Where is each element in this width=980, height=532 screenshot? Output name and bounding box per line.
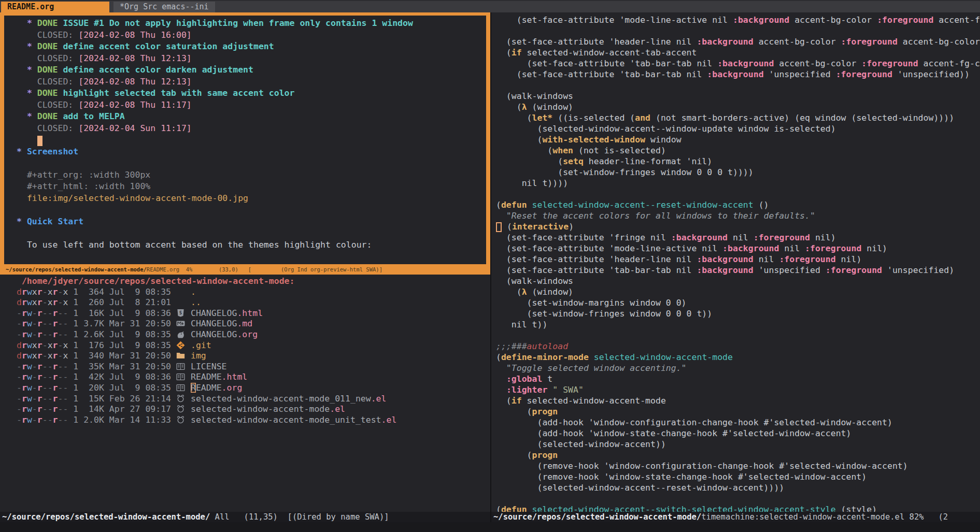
elisp-line[interactable] (496, 25, 980, 36)
main-area: * DONE ISSUE #1 Do not apply highlightin… (0, 12, 980, 522)
org-line[interactable]: * DONE highlight selected tab with same … (17, 88, 486, 99)
elisp-line[interactable]: :lighter " SWA" (496, 384, 980, 395)
elisp-line[interactable]: (defun selected-window-accent--switch-se… (496, 504, 980, 512)
org-line[interactable]: #+attr_org: :width 300px (17, 169, 486, 181)
elisp-line[interactable] (496, 80, 980, 91)
dired-row[interactable]: -rw-r--r-- 1 2.6K Jul 9 08:35 CHANGELOG.… (17, 329, 490, 340)
org-line[interactable]: CLOSED: [2024-02-08 Thu 12:13] (17, 76, 486, 88)
elisp-line[interactable]: (if selected-window-accent-tab-accent (496, 47, 980, 58)
elisp-buffer[interactable]: (set-face-attribute 'mode-line-active ni… (491, 12, 980, 512)
dired-row[interactable]: drwxr-xr-x 1 364 Jul 9 08:35 . (17, 287, 490, 298)
dired-row[interactable]: -rw-r--r-- 1 14K Apr 27 09:17 selected-w… (17, 404, 490, 415)
elisp-line[interactable]: (set-face-attribute 'tab-bar-tab nil :ba… (496, 69, 980, 80)
elisp-line[interactable]: (set-face-attribute 'mode-line-active ni… (496, 243, 980, 254)
text-segment: :global (506, 374, 543, 384)
org-line[interactable]: * DONE define accent color darken adjust… (17, 64, 486, 76)
elisp-line[interactable]: (set-face-attribute 'mode-line-active ni… (496, 15, 980, 25)
elisp-line[interactable]: (remove-hook 'window-state-change-hook #… (496, 471, 980, 482)
org-line[interactable]: * Quick Start (17, 216, 486, 228)
elisp-line[interactable]: (set-face-attribute 'tab-bar-tab nil :ba… (496, 265, 980, 276)
org-line[interactable]: * DONE add to MELPA (17, 111, 486, 123)
text-segment: :foreground (826, 265, 882, 275)
dired-row[interactable]: drwxr-xr-x 1 340 Mar 31 20:50 img (17, 351, 490, 362)
text-segment: :background (707, 69, 763, 79)
text-segment: ( (496, 113, 532, 123)
dired-row[interactable]: -rw-r--r-- 1 3.7K Mar 31 20:50 CHANGELOG… (17, 319, 490, 329)
elisp-line[interactable]: "Toggle selected window accenting." (496, 363, 980, 373)
elisp-line[interactable]: (λ (window) (496, 286, 980, 297)
dired-row[interactable]: -rw-r--r-- 1 35K Mar 31 20:50 LICENSE (17, 362, 490, 372)
org-line[interactable] (17, 204, 486, 216)
elisp-line[interactable]: (define-minor-mode selected-window-accen… (496, 352, 980, 363)
tab--org-src-emacs-ini[interactable]: *Org Src emacs--ini (113, 2, 215, 12)
text-segment: :foreground (754, 233, 810, 242)
elisp-line[interactable]: (add-hook 'window-state-change-hook #'se… (496, 428, 980, 439)
elisp-line[interactable]: (set-face-attribute 'fringe nil :backgro… (496, 232, 980, 243)
org-line[interactable]: CLOSED: [2024-02-08 Thu 12:13] (17, 53, 486, 65)
echo-area[interactable] (0, 522, 980, 532)
elisp-line[interactable]: (defun selected-window-accent--reset-win… (496, 199, 980, 210)
org-mode-line[interactable]: ~/source/repos/selected-window-accent-mo… (4, 264, 486, 275)
org-line[interactable]: file:img/selected-window-accent-mode-00.… (17, 193, 486, 205)
org-line[interactable]: To use left and bottom accent based on t… (17, 239, 486, 251)
elisp-line[interactable]: (set-face-attribute 'header-line nil :ba… (496, 36, 980, 47)
dired-row[interactable]: drwxr-xr-x 1 176 Jul 9 08:35 .git (17, 340, 490, 351)
elisp-line[interactable]: (set-window-margins window 0 0) (496, 297, 980, 308)
elisp-line[interactable]: (selected-window-accent--reset-window-ac… (496, 482, 980, 493)
elisp-line[interactable]: "Reset the accent colors for all windows… (496, 210, 980, 221)
elisp-line[interactable]: :global t (496, 373, 980, 384)
org-line[interactable] (17, 134, 486, 146)
elisp-line[interactable]: nil t)))) (496, 178, 980, 189)
org-line[interactable]: * DONE define accent color saturation ad… (17, 41, 486, 53)
text-segment: DONE (37, 65, 63, 75)
elisp-line[interactable]: (if selected-window-accent-mode (496, 395, 980, 406)
elisp-line[interactable] (496, 493, 980, 504)
elisp-line[interactable]: (with-selected-window window (496, 134, 980, 145)
elisp-line[interactable]: (walk-windows (496, 91, 980, 102)
elisp-line[interactable]: ;;;###autoload (496, 341, 980, 352)
elisp-line[interactable]: (setq header-line-format 'nil) (496, 156, 980, 167)
dired-row[interactable]: -rw-r--r-- 1 20K Jul 9 08:35 README.org (17, 383, 490, 394)
tab-readme-org[interactable]: README.org (1, 2, 109, 12)
permission-char: - (48, 362, 53, 371)
elisp-line[interactable]: (set-window-fringes window 0 0 0 t)) (496, 308, 980, 319)
dired-buffer[interactable]: /home/jdyer/source/repos/selected-window… (0, 275, 490, 512)
elisp-line[interactable]: (set-face-attribute 'header-line nil :ba… (496, 254, 980, 265)
elisp-line[interactable]: (add-hook 'window-configuration-change-h… (496, 417, 980, 428)
elisp-line[interactable]: (λ (window) (496, 102, 980, 112)
elisp-line[interactable]: (progn (496, 406, 980, 417)
permission-char: - (58, 362, 63, 371)
elisp-line[interactable]: (remove-hook 'window-configuration-chang… (496, 461, 980, 471)
elisp-line[interactable]: (let* ((is-selected (and (not smart-bord… (496, 112, 980, 123)
org-line[interactable]: CLOSED: [2024-02-08 Thu 16:00] (17, 30, 486, 41)
text-segment: 'unspecified (754, 265, 826, 275)
elisp-line[interactable]: (selected-window-accent)) (496, 439, 980, 450)
elisp-line[interactable]: (walk-windows (496, 276, 980, 286)
org-line[interactable]: #+attr_html: :width 100% (17, 181, 486, 193)
text-segment: .org (222, 383, 243, 393)
elisp-line[interactable] (496, 189, 980, 199)
org-line[interactable]: * Screenshot (17, 146, 486, 158)
org-line[interactable]: * DONE ISSUE #1 Do not apply highlightin… (17, 18, 486, 30)
org-line[interactable]: CLOSED: [2024-02-08 Thu 11:17] (17, 99, 486, 111)
elisp-line[interactable]: (progn (496, 450, 980, 461)
elisp-line[interactable]: (set-window-fringes window 0 0 0 t)))) (496, 167, 980, 178)
dired-row[interactable]: -rw-r--r-- 1 16K Jul 9 08:36 5CHANGELOG.… (17, 308, 490, 319)
dired-mode-line[interactable]: ~/source/repos/selected-window-accent-mo… (0, 512, 490, 522)
elisp-line[interactable]: nil t)) (496, 319, 980, 330)
elisp-line[interactable]: (selected-window-accent--window-update w… (496, 123, 980, 134)
dired-row[interactable]: -rw-r--r-- 1 42K Jul 9 08:36 README.html (17, 372, 490, 383)
dired-row[interactable]: drwxr-xr-x 1 260 Jul 8 21:01 .. (17, 297, 490, 308)
org-buffer[interactable]: * DONE ISSUE #1 Do not apply highlightin… (4, 16, 486, 264)
elisp-line[interactable] (496, 330, 980, 341)
org-line[interactable] (17, 157, 486, 169)
dired-row[interactable]: -rw-r--r-- 1 2.0K Mar 14 11:33 selected-… (17, 415, 490, 426)
dired-row[interactable]: -rw-r--r-- 1 15K Feb 26 21:14 selected-w… (17, 394, 490, 405)
org-line[interactable] (17, 227, 486, 239)
text-segment: window (645, 135, 681, 145)
elisp-mode-line[interactable]: ~/source/repos/selected-window-accent-mo… (491, 512, 980, 522)
elisp-line[interactable]: (set-face-attribute 'tab-bar-tab nil :ba… (496, 58, 980, 69)
elisp-line[interactable]: (when (not is-selected) (496, 145, 980, 156)
elisp-line[interactable]: (interactive) (496, 221, 980, 232)
org-line[interactable]: CLOSED: [2024-02-04 Sun 11:17] (17, 123, 486, 135)
